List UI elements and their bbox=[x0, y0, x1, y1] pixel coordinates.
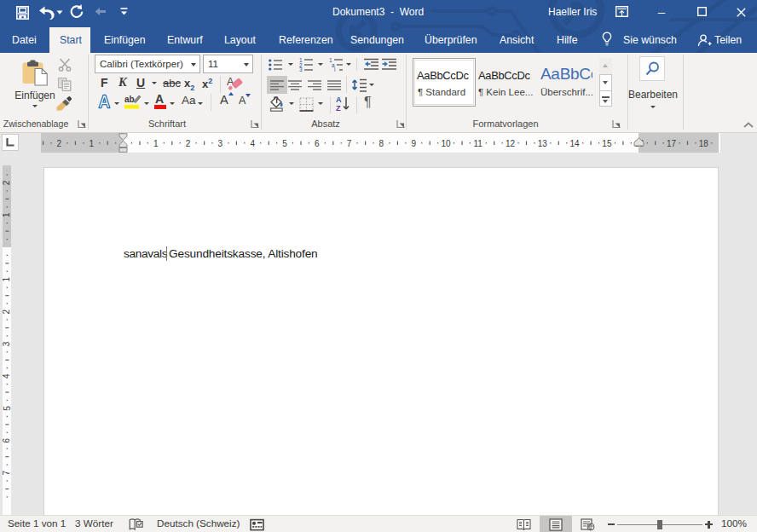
svg-text:i: i bbox=[334, 66, 335, 72]
svg-text:1: 1 bbox=[3, 277, 11, 282]
svg-text:18: 18 bbox=[699, 139, 709, 148]
svg-text:7: 7 bbox=[347, 139, 352, 148]
svg-text:9: 9 bbox=[411, 139, 416, 148]
svg-text:A: A bbox=[336, 95, 342, 104]
svg-text:5: 5 bbox=[3, 406, 11, 411]
svg-text:6: 6 bbox=[315, 139, 320, 148]
svg-text:Z: Z bbox=[336, 104, 341, 112]
svg-text:1: 1 bbox=[3, 212, 11, 217]
svg-text:12: 12 bbox=[506, 139, 516, 148]
svg-text:17: 17 bbox=[667, 139, 677, 148]
svg-text:4: 4 bbox=[250, 139, 255, 148]
svg-text:3: 3 bbox=[299, 66, 303, 72]
svg-text:ab: ab bbox=[124, 95, 135, 104]
svg-text:13: 13 bbox=[538, 139, 548, 148]
svg-text:3: 3 bbox=[218, 139, 223, 148]
svg-text:2: 2 bbox=[3, 309, 11, 314]
svg-text:2: 2 bbox=[3, 180, 11, 185]
svg-text:11: 11 bbox=[474, 139, 483, 148]
svg-text:8: 8 bbox=[379, 139, 384, 148]
svg-text:3: 3 bbox=[3, 341, 11, 346]
svg-text:1: 1 bbox=[153, 139, 159, 148]
svg-text:2: 2 bbox=[57, 139, 62, 148]
svg-text:15: 15 bbox=[602, 139, 612, 148]
svg-text:1: 1 bbox=[89, 139, 94, 148]
svg-text:6: 6 bbox=[3, 438, 11, 443]
svg-text:4: 4 bbox=[3, 373, 11, 379]
svg-text:7: 7 bbox=[3, 470, 11, 475]
svg-text:2: 2 bbox=[186, 139, 191, 148]
svg-text:14: 14 bbox=[570, 139, 581, 148]
svg-text:10: 10 bbox=[441, 139, 451, 148]
svg-text:5: 5 bbox=[282, 139, 287, 148]
